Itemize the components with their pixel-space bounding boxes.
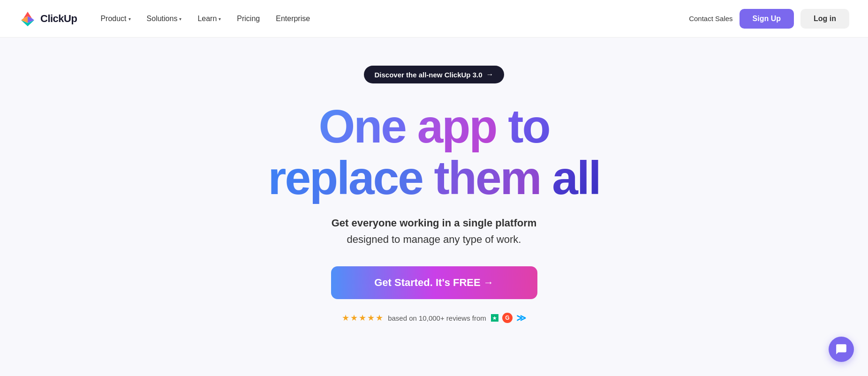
headline-word-one: One xyxy=(318,100,417,152)
announcement-text: Discover the all-new ClickUp 3.0 xyxy=(374,71,482,79)
star-rating: ★ ★ ★ ★ ★ xyxy=(342,313,383,323)
star-3: ★ xyxy=(359,313,366,323)
subheadline-normal: designed to manage any type of work. xyxy=(347,233,521,245)
trustpilot-logo: ★ xyxy=(491,314,498,322)
chevron-down-icon: ▾ xyxy=(128,16,131,22)
nav-item-enterprise[interactable]: Enterprise xyxy=(269,11,317,27)
chat-bubble-button[interactable] xyxy=(829,337,854,362)
logo-text: ClickUp xyxy=(40,13,77,25)
nav-right: Contact Sales Sign Up Log in xyxy=(689,9,849,29)
arrow-right-icon: → xyxy=(486,70,494,79)
nav-item-product[interactable]: Product ▾ xyxy=(94,11,137,27)
announcement-pill[interactable]: Discover the all-new ClickUp 3.0 → xyxy=(364,66,504,83)
nav-label-pricing: Pricing xyxy=(237,15,260,23)
hero-subheadline: Get everyone working in a single platfor… xyxy=(332,215,537,248)
headline-word-replace: replace xyxy=(268,151,434,204)
star-2: ★ xyxy=(350,313,358,323)
headline-word-app: app xyxy=(417,100,508,152)
chevron-down-icon: ▾ xyxy=(219,16,221,22)
hero-line2: replace them all xyxy=(268,152,600,203)
star-1: ★ xyxy=(342,313,349,323)
review-logos: ★ G ≫ xyxy=(491,312,526,323)
nav-label-product: Product xyxy=(100,15,126,23)
nav-label-enterprise: Enterprise xyxy=(276,15,310,23)
headline-word-to: to xyxy=(508,100,549,152)
signup-button[interactable]: Sign Up xyxy=(740,9,794,29)
star-4: ★ xyxy=(367,313,375,323)
nav-label-solutions: Solutions xyxy=(147,15,178,23)
login-button[interactable]: Log in xyxy=(800,9,849,29)
headline-word-all: all xyxy=(552,151,600,204)
hero-headline: One app to replace them all xyxy=(268,100,600,203)
subheadline-bold: Get everyone working in a single platfor… xyxy=(332,217,537,229)
g2-logo: G xyxy=(502,313,513,323)
contact-sales-link[interactable]: Contact Sales xyxy=(689,15,732,23)
nav-label-learn: Learn xyxy=(197,15,217,23)
hero-section: Discover the all-new ClickUp 3.0 → One a… xyxy=(0,38,868,342)
navbar: ClickUp Product ▾ Solutions ▾ Learn ▾ Pr… xyxy=(0,0,868,38)
logo[interactable]: ClickUp xyxy=(19,10,77,28)
nav-links: Product ▾ Solutions ▾ Learn ▾ Pricing En… xyxy=(94,11,689,27)
reviews-text: based on 10,000+ reviews from xyxy=(388,314,486,322)
get-started-button[interactable]: Get Started. It's FREE → xyxy=(331,266,537,299)
star-5: ★ xyxy=(376,313,383,323)
headline-word-them: them xyxy=(434,151,552,204)
clickup-logo-icon xyxy=(19,10,37,28)
chevron-down-icon: ▾ xyxy=(179,16,181,22)
nav-item-learn[interactable]: Learn ▾ xyxy=(191,11,227,27)
capterra-logo: ≫ xyxy=(516,312,526,323)
reviews-row: ★ ★ ★ ★ ★ based on 10,000+ reviews from … xyxy=(342,312,526,323)
chat-icon xyxy=(835,343,847,355)
nav-item-solutions[interactable]: Solutions ▾ xyxy=(140,11,189,27)
nav-item-pricing[interactable]: Pricing xyxy=(230,11,266,27)
hero-line1: One app to xyxy=(268,100,600,152)
trustpilot-star-icon: ★ xyxy=(491,314,498,322)
